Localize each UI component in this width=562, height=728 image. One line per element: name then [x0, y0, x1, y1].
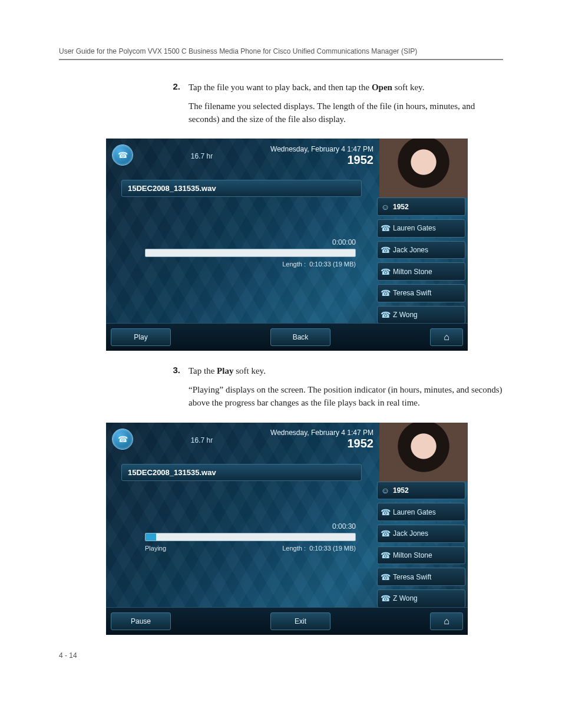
elapsed-time: 0:00:30: [121, 522, 356, 531]
softkey-bar: Play Back ⌂: [106, 323, 468, 351]
line-key-2-label: Lauren Gates: [393, 508, 436, 516]
main-content: 15DEC2008_131535.wav 0:00:00 Length : 0:…: [106, 172, 377, 324]
line-key-2[interactable]: ☎Lauren Gates: [377, 219, 465, 238]
line-key-3-label: Jack Jones: [393, 529, 428, 538]
exit-button[interactable]: Exit: [270, 612, 330, 630]
line-keys-panel: ☺1952 ☎Lauren Gates ☎Jack Jones ☎Milton …: [375, 197, 468, 324]
line-keys-panel: ☺1952 ☎Lauren Gates ☎Jack Jones ☎Milton …: [375, 482, 468, 608]
progress-bar[interactable]: [145, 249, 356, 257]
header-datetime: Wednesday, February 4 1:47 PM: [270, 429, 373, 437]
header-extension: 1952: [270, 437, 373, 450]
line-key-3-label: Jack Jones: [393, 246, 428, 254]
phone-icon: ☎: [378, 245, 393, 255]
playback-status: Playing: [145, 545, 282, 552]
status-bar: ☎ 16.7 hr Wednesday, February 4 1:47 PM …: [106, 423, 379, 456]
avatar: [379, 139, 468, 197]
person-icon: ☺: [378, 202, 393, 212]
screenshot-1: ☎ 16.7 hr Wednesday, February 4 1:47 PM …: [106, 139, 468, 351]
step-3: 3. Tap the Play soft key. “Playing” disp…: [59, 365, 503, 415]
line-key-6-label: Z Wong: [393, 594, 418, 602]
avatar: [379, 423, 468, 482]
step-2-text-b: soft key.: [392, 83, 424, 92]
step-2-number: 2.: [59, 81, 189, 131]
line-key-2[interactable]: ☎Lauren Gates: [377, 503, 465, 521]
step-2-text-a: Tap the file you want to play back, and …: [189, 83, 372, 92]
step-3-desc: “Playing” displays on the screen. The po…: [189, 384, 503, 410]
step-2-body: Tap the file you want to play back, and …: [189, 81, 503, 131]
line-key-6[interactable]: ☎Z Wong: [377, 589, 465, 608]
line-key-4[interactable]: ☎Milton Stone: [377, 262, 465, 281]
line-key-6-label: Z Wong: [393, 311, 418, 319]
phone-icon: ☎: [378, 572, 393, 582]
phone-icon: ☎: [378, 288, 393, 298]
page-number: 4 - 14: [59, 651, 503, 660]
header-recording-time: 16.7 hr: [133, 150, 270, 160]
line-key-1[interactable]: ☺1952: [377, 197, 465, 216]
main-content: 15DEC2008_131535.wav 0:00:30 Playing Len…: [106, 456, 377, 608]
line-key-4[interactable]: ☎Milton Stone: [377, 546, 465, 565]
home-button[interactable]: ⌂: [430, 612, 463, 630]
line-key-4-label: Milton Stone: [393, 268, 432, 276]
playback-status: [145, 261, 282, 268]
line-key-5[interactable]: ☎Teresa Swift: [377, 284, 465, 302]
step-2-bold: Open: [372, 83, 392, 92]
header-extension: 1952: [270, 153, 373, 167]
home-icon: ⌂: [444, 332, 449, 342]
screenshot-2: ☎ 16.7 hr Wednesday, February 4 1:47 PM …: [106, 423, 468, 635]
step-3-body: Tap the Play soft key. “Playing” display…: [189, 365, 503, 415]
phone-icon: ☎: [378, 223, 393, 233]
line-key-1-label: 1952: [393, 203, 409, 211]
softkey-bar: Pause Exit ⌂: [106, 607, 468, 635]
home-button[interactable]: ⌂: [430, 328, 463, 346]
step-2-desc: The filename you selected displays. The …: [189, 100, 503, 126]
line-key-1[interactable]: ☺1952: [377, 482, 465, 500]
line-key-5-label: Teresa Swift: [393, 289, 431, 297]
phone-icon: ☎: [378, 594, 393, 603]
progress-bar[interactable]: [145, 533, 356, 541]
step-3-text-a: Tap the: [189, 366, 217, 375]
length-value: 0:10:33 (19 MB): [309, 261, 356, 268]
play-button[interactable]: Play: [111, 328, 171, 346]
phone-icon: ☎: [378, 310, 393, 319]
line-status-icon[interactable]: ☎: [112, 144, 133, 166]
line-status-icon[interactable]: ☎: [112, 429, 133, 450]
header-recording-time: 16.7 hr: [133, 434, 270, 444]
phone-icon: ☎: [378, 508, 393, 517]
line-key-5-label: Teresa Swift: [393, 573, 431, 581]
phone-icon: ☎: [378, 267, 393, 276]
running-header: User Guide for the Polycom VVX 1500 C Bu…: [59, 47, 503, 60]
line-key-2-label: Lauren Gates: [393, 224, 436, 232]
line-key-3[interactable]: ☎Jack Jones: [377, 525, 465, 543]
pause-button[interactable]: Pause: [111, 612, 171, 630]
status-bar: ☎ 16.7 hr Wednesday, February 4 1:47 PM …: [106, 139, 379, 172]
length-label: Length :: [282, 261, 306, 268]
line-key-3[interactable]: ☎Jack Jones: [377, 241, 465, 259]
back-button[interactable]: Back: [270, 328, 330, 346]
line-key-1-label: 1952: [393, 486, 409, 495]
step-3-number: 3.: [59, 365, 189, 415]
step-3-bold: Play: [217, 366, 233, 375]
length-label: Length :: [282, 545, 306, 552]
line-key-6[interactable]: ☎Z Wong: [377, 306, 465, 324]
header-datetime: Wednesday, February 4 1:47 PM: [270, 145, 373, 153]
step-2: 2. Tap the file you want to play back, a…: [59, 81, 503, 131]
phone-icon: ☎: [378, 529, 393, 538]
filename-field[interactable]: 15DEC2008_131535.wav: [121, 464, 362, 481]
person-icon: ☺: [378, 486, 393, 495]
length-value: 0:10:33 (19 MB): [309, 545, 356, 552]
filename-field[interactable]: 15DEC2008_131535.wav: [121, 180, 362, 197]
phone-icon: ☎: [378, 551, 393, 560]
elapsed-time: 0:00:00: [121, 238, 356, 246]
step-3-text-b: soft key.: [233, 366, 265, 375]
line-key-5[interactable]: ☎Teresa Swift: [377, 568, 465, 586]
home-icon: ⌂: [444, 616, 449, 627]
line-key-4-label: Milton Stone: [393, 551, 432, 559]
